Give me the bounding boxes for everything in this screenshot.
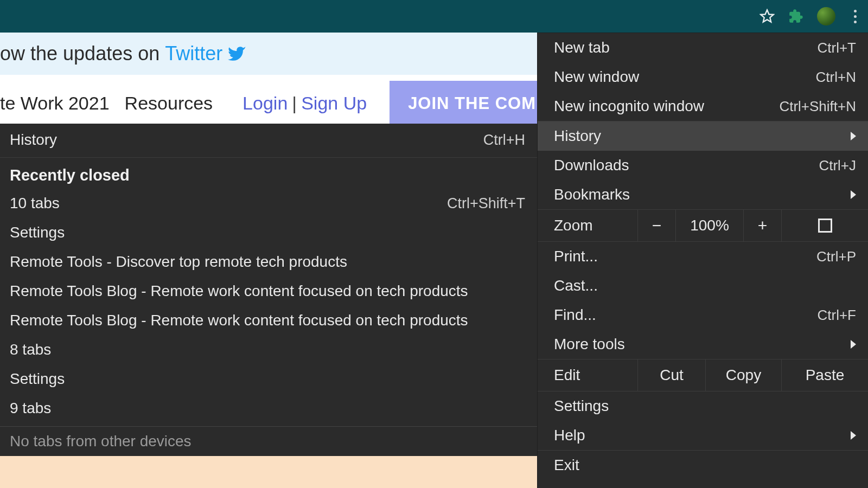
recently-closed-item[interactable]: Remote Tools Blog - Remote work content …: [0, 306, 537, 335]
menu-help-label: Help: [554, 427, 585, 444]
recently-closed-label: Remote Tools - Discover top remote tech …: [10, 253, 347, 271]
menu-print-label: Print...: [554, 248, 598, 265]
recently-closed-item[interactable]: Remote Tools Blog - Remote work content …: [0, 277, 537, 306]
menu-more-tools[interactable]: More tools: [538, 330, 868, 359]
extensions-icon[interactable]: [788, 8, 805, 25]
history-submenu-shortcut: Ctrl+H: [483, 132, 525, 149]
menu-zoom-label: Zoom: [538, 210, 638, 241]
no-tabs-other-devices: No tabs from other devices: [0, 427, 537, 456]
edit-cut-button[interactable]: Cut: [638, 359, 706, 391]
banner-text: ow the updates on: [0, 42, 159, 65]
recently-closed-label: 9 tabs: [10, 400, 51, 417]
menu-print[interactable]: Print... Ctrl+P: [538, 242, 868, 271]
menu-cast[interactable]: Cast...: [538, 271, 868, 300]
recently-closed-label: Settings: [10, 224, 65, 241]
browser-toolbar: [0, 0, 868, 33]
svg-marker-0: [761, 10, 773, 22]
twitter-link[interactable]: Twitter: [165, 42, 246, 65]
no-tabs-label: No tabs from other devices: [10, 433, 192, 450]
nav-remote-work-2021[interactable]: te Work 2021: [0, 93, 110, 114]
menu-find[interactable]: Find... Ctrl+F: [538, 300, 868, 330]
menu-incognito-label: New incognito window: [554, 98, 704, 115]
menu-new-window[interactable]: New window Ctrl+N: [538, 62, 868, 92]
kebab-menu-icon[interactable]: [847, 10, 863, 23]
fullscreen-button[interactable]: [782, 210, 868, 241]
submenu-arrow-icon: [851, 132, 856, 140]
menu-new-window-shortcut: Ctrl+N: [816, 69, 856, 86]
login-link[interactable]: Login: [242, 93, 288, 114]
recently-closed-item[interactable]: 9 tabs: [0, 394, 537, 423]
history-submenu: History Ctrl+H Recently closed 10 tabs C…: [0, 124, 537, 456]
zoom-in-button[interactable]: +: [744, 210, 782, 241]
menu-edit-row: Edit Cut Copy Paste: [538, 359, 868, 391]
menu-zoom-row: Zoom − 100% +: [538, 210, 868, 241]
menu-print-shortcut: Ctrl+P: [816, 248, 856, 265]
submenu-arrow-icon: [851, 340, 856, 349]
recently-closed-heading: Recently closed: [0, 159, 537, 189]
recently-closed-label: Remote Tools Blog - Remote work content …: [10, 282, 468, 300]
menu-history-label: History: [554, 127, 601, 145]
menu-cast-label: Cast...: [554, 277, 598, 294]
recently-closed-item[interactable]: 8 tabs: [0, 335, 537, 364]
signup-link[interactable]: Sign Up: [301, 93, 367, 114]
profile-avatar[interactable]: [817, 7, 835, 25]
nav-pipe: |: [292, 93, 297, 114]
recently-closed-shortcut: Ctrl+Shift+T: [447, 195, 525, 212]
fullscreen-icon: [818, 219, 832, 233]
submenu-arrow-icon: [851, 431, 856, 440]
menu-downloads-label: Downloads: [554, 157, 629, 174]
recently-closed-label: Remote Tools Blog - Remote work content …: [10, 312, 468, 329]
menu-exit[interactable]: Exit: [538, 451, 868, 480]
browser-main-menu: New tab Ctrl+T New window Ctrl+N New inc…: [537, 33, 868, 488]
recently-closed-label: Settings: [10, 370, 65, 388]
edit-paste-button[interactable]: Paste: [782, 359, 868, 391]
twitter-link-text: Twitter: [165, 42, 222, 65]
menu-settings-label: Settings: [554, 397, 609, 415]
menu-incognito[interactable]: New incognito window Ctrl+Shift+N: [538, 92, 868, 121]
menu-incognito-shortcut: Ctrl+Shift+N: [779, 98, 856, 115]
recently-closed-item[interactable]: 10 tabs Ctrl+Shift+T: [0, 189, 537, 218]
history-submenu-label: History: [10, 131, 57, 149]
recently-closed-label: 10 tabs: [10, 195, 60, 212]
menu-settings[interactable]: Settings: [538, 391, 868, 421]
menu-help[interactable]: Help: [538, 421, 868, 450]
menu-downloads-shortcut: Ctrl+J: [819, 157, 856, 174]
menu-history[interactable]: History: [538, 121, 868, 151]
menu-more-tools-label: More tools: [554, 336, 625, 353]
edit-copy-button[interactable]: Copy: [706, 359, 782, 391]
zoom-value: 100%: [676, 210, 744, 241]
menu-new-tab-label: New tab: [554, 39, 610, 56]
history-submenu-header[interactable]: History Ctrl+H: [0, 124, 537, 156]
recently-closed-item[interactable]: Remote Tools - Discover top remote tech …: [0, 247, 537, 277]
menu-exit-label: Exit: [554, 457, 579, 474]
menu-edit-label: Edit: [538, 359, 638, 391]
submenu-arrow-icon: [851, 190, 856, 199]
recently-closed-label: 8 tabs: [10, 341, 51, 358]
recently-closed-item[interactable]: Settings: [0, 218, 537, 247]
menu-find-shortcut: Ctrl+F: [818, 307, 857, 324]
menu-find-label: Find...: [554, 306, 596, 324]
recently-closed-item[interactable]: Settings: [0, 364, 537, 394]
menu-new-window-label: New window: [554, 68, 639, 86]
zoom-out-button[interactable]: −: [638, 210, 676, 241]
menu-downloads[interactable]: Downloads Ctrl+J: [538, 151, 868, 180]
menu-new-tab[interactable]: New tab Ctrl+T: [538, 33, 868, 62]
menu-new-tab-shortcut: Ctrl+T: [818, 40, 857, 56]
bookmark-star-icon[interactable]: [758, 8, 776, 25]
menu-bookmarks-label: Bookmarks: [554, 186, 630, 203]
twitter-icon: [228, 44, 246, 63]
nav-resources[interactable]: Resources: [125, 93, 213, 114]
menu-bookmarks[interactable]: Bookmarks: [538, 180, 868, 209]
